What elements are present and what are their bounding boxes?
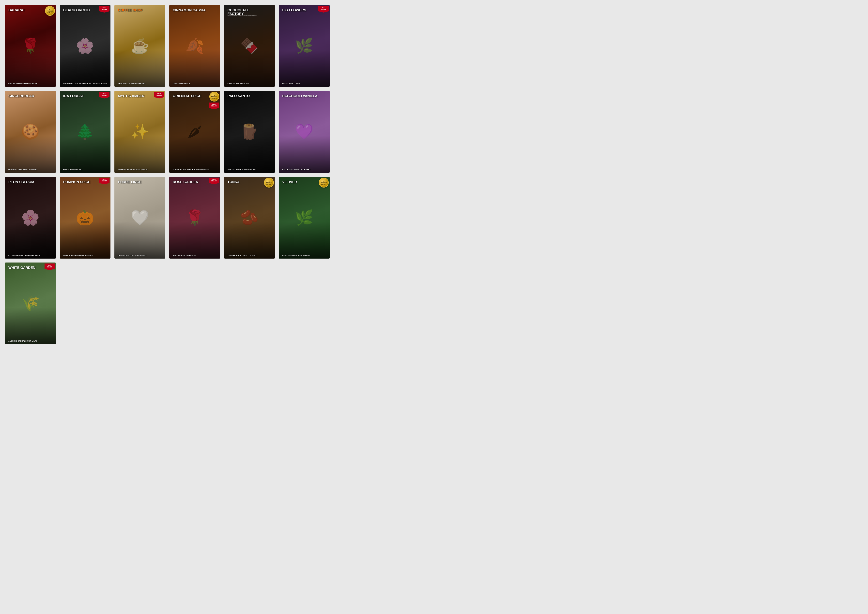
card-subtitle: TONKA-SANDAL-BUTTER TREE: [227, 254, 272, 256]
card-tonka[interactable]: 🫘TONKATONKA-SANDAL-BUTTER TREE★PREMIUM Q…: [224, 177, 275, 259]
product-grid: 🌹BACARATRED SAFFRON-AMBER-CEDAR★PREMIUM …: [5, 5, 330, 344]
badge-bestseller: BEST seller: [45, 264, 55, 270]
card-vetiver[interactable]: 🌿VETIVERCITRUS-SANDALWOOD-MUSK★PREMIUM Q…: [279, 177, 330, 259]
premium-label: PREMIUM Quality: [47, 11, 53, 13]
bestseller-label: BEST seller: [154, 91, 164, 98]
card-subtitle: SANTO-CEDAR-SANDALWOOD: [227, 169, 272, 171]
card-overlay: [279, 50, 330, 87]
card-fig-flowers[interactable]: 🌿FIG FLOWERSFIG-YLANG YLANGBEST seller: [279, 5, 330, 87]
card-title: PEONY BLOOM: [8, 180, 34, 184]
card-title: ORIENTAL SPICE: [173, 94, 201, 98]
card-peony-bloom[interactable]: 🌸PEONY BLOOMPEONY-MAGNOLIA-SANDALWOOD: [5, 177, 56, 259]
card-title: COFFEE SHOP: [118, 8, 142, 12]
card-title: PATCHOULI VANILLA: [282, 94, 317, 98]
bestseller-label: BEST seller: [209, 178, 219, 185]
card-subtitle: RED SAFFRON-AMBER-CEDAR: [8, 82, 52, 84]
card-overlay: [169, 50, 220, 87]
card-overlay: [224, 222, 275, 259]
premium-label: PREMIUM Quality: [212, 96, 217, 99]
card-overlay: [5, 307, 56, 344]
badge-premium: ★PREMIUM Quality: [319, 178, 329, 188]
premium-label: PREMIUM Quality: [266, 182, 272, 185]
card-rose-garden[interactable]: 🌹ROSE GARDENNEROLI ROSE MIAMOSABEST sell…: [169, 177, 220, 259]
card-overlay: [60, 222, 111, 259]
card-overlay: [114, 222, 165, 259]
card-subtitle: JASMINE-CANEFLOWER-LILAC: [8, 340, 52, 342]
card-title: PUMPKIN SPICE: [63, 180, 90, 184]
bestseller-label: BEST seller: [99, 6, 109, 12]
bestseller-label: BEST seller: [209, 102, 219, 109]
card-title: CINNAMON CASSIA: [173, 8, 206, 12]
card-subtitle: GINGER-CINNAMON-CARAMEL: [8, 169, 52, 171]
card-title: FIG FLOWERS: [282, 8, 306, 12]
badge-bestseller: BEST seller: [99, 6, 109, 12]
card-subtitle: TONKA-BLACK ORCHID-SANDALWOOD: [173, 169, 217, 171]
card-overlay: [169, 136, 220, 173]
card-subtitle: ORCHID BLOSSOM-PATCHOULI SANDALWOOD: [63, 82, 107, 84]
card-subtitle: FIG-YLANG YLANG: [282, 82, 326, 84]
badge-premium: ★PREMIUM Quality: [209, 91, 219, 101]
badge-bestseller: BEST seller: [99, 178, 109, 185]
card-subtitle: CINNAMON-APPLE: [173, 82, 217, 84]
card-title: TONKA: [227, 180, 240, 184]
card-subtitle: POUDRE-TILLEUL-PATCHOULI: [118, 254, 162, 256]
card-white-garden[interactable]: 🌾WHITE GARDENJASMINE-CANEFLOWER-LILACBES…: [5, 262, 56, 344]
card-subtitle: PATCHOULI-VANILLA-CHERRY: [282, 169, 326, 171]
card-title: WHITE GARDEN: [8, 266, 36, 270]
bestseller-label: BEST seller: [45, 264, 55, 270]
card-overlay: [5, 222, 56, 259]
card-overlay: [5, 136, 56, 173]
badge-premium: ★PREMIUM Quality: [45, 6, 55, 16]
card-title: GINGERBREAD: [8, 94, 34, 98]
card-subtitle: CHOCOLATE FACTORY...: [227, 82, 272, 84]
card-overlay: [279, 136, 330, 173]
badge-bestseller: BEST seller: [209, 178, 219, 185]
card-bacarat[interactable]: 🌹BACARATRED SAFFRON-AMBER-CEDAR★PREMIUM …: [5, 5, 56, 87]
card-overlay: [114, 136, 165, 173]
card-title: MYSTIC AMBER: [118, 94, 145, 98]
card-overlay: [114, 50, 165, 87]
card-subtitle: PEONY-MAGNOLIA-SANDALWOOD: [8, 254, 52, 256]
card-subtitle: NEROLI ROSE MIAMOSA: [173, 254, 217, 256]
badge-premium: ★PREMIUM Quality: [264, 178, 274, 188]
badge-bestseller: BEST seller: [154, 91, 164, 98]
card-title: PUDRE LINGE: [118, 180, 142, 184]
card-overlay: [224, 136, 275, 173]
card-title: PALO SANTO: [227, 94, 250, 98]
card-subtitle: VERONA COFFEE-ESPRESSO: [118, 82, 162, 84]
card-pumpkin-spice[interactable]: 🎃PUMPKIN SPICEPUMPKIN-CINNAMON-COCONUTBE…: [60, 177, 111, 259]
card-overlay: [169, 222, 220, 259]
card-ida-forest[interactable]: 🌲IDA FORESTPINE-SANDALWOODBEST seller: [60, 91, 111, 172]
card-title: BLACK ORCHID: [63, 8, 90, 12]
card-overlay: [60, 50, 111, 87]
card-mystic-amber[interactable]: ✨MYSTIC AMBERAMBER-CEDAR-SANDAL WOODBEST…: [114, 91, 165, 172]
card-oriental-spice[interactable]: 🌶ORIENTAL SPICETONKA-BLACK ORCHID-SANDAL…: [169, 91, 220, 172]
bestseller-label: BEST seller: [99, 178, 109, 185]
card-title: VETIVER: [282, 180, 297, 184]
card-title: BACARAT: [8, 8, 25, 12]
card-subtitle: AMBER-CEDAR-SANDAL WOOD: [118, 169, 162, 171]
card-subtitle: PUMPKIN-CINNAMON-COCONUT: [63, 254, 107, 256]
card-title: IDA FOREST: [63, 94, 84, 98]
card-subtitle: CITRUS-SANDALWOOD-MUSK: [282, 254, 326, 256]
card-black-orchid[interactable]: 🌸BLACK ORCHIDORCHID BLOSSOM-PATCHOULI SA…: [60, 5, 111, 87]
card-overlay: [60, 136, 111, 173]
card-title: ROSE GARDEN: [173, 180, 198, 184]
card-description: Chocolate Factory description lorem ipsu…: [227, 15, 272, 17]
bestseller-label: BEST seller: [99, 91, 109, 98]
card-patchouli-vanilla[interactable]: 💜PATCHOULI VANILLAPATCHOULI-VANILLA-CHER…: [279, 91, 330, 172]
bestseller-label: BEST seller: [318, 6, 329, 12]
badge-bestseller: BEST seller: [209, 102, 219, 109]
card-palo-santo[interactable]: 🪵PALO SANTOSANTO-CEDAR-SANDALWOOD: [224, 91, 275, 172]
card-overlay: [224, 50, 275, 87]
card-gingerbread[interactable]: 🍪GINGERBREADGINGER-CINNAMON-CARAMEL: [5, 91, 56, 172]
badge-bestseller: BEST seller: [318, 6, 329, 12]
card-overlay: [279, 222, 330, 259]
card-cinnamon-cassia[interactable]: 🍂CINNAMON CASSIACINNAMON-APPLE: [169, 5, 220, 87]
card-pudre-linge[interactable]: 🤍PUDRE LINGEPOUDRE-TILLEUL-PATCHOULI: [114, 177, 165, 259]
card-subtitle: PINE-SANDALWOOD: [63, 169, 107, 171]
card-coffee-shop[interactable]: ☕COFFEE SHOPVERONA COFFEE-ESPRESSO: [114, 5, 165, 87]
card-overlay: [5, 50, 56, 87]
premium-label: PREMIUM Quality: [321, 182, 327, 185]
card-chocolate-factory[interactable]: 🍫CHOCOLATE FACTORYChocolate Factory desc…: [224, 5, 275, 87]
